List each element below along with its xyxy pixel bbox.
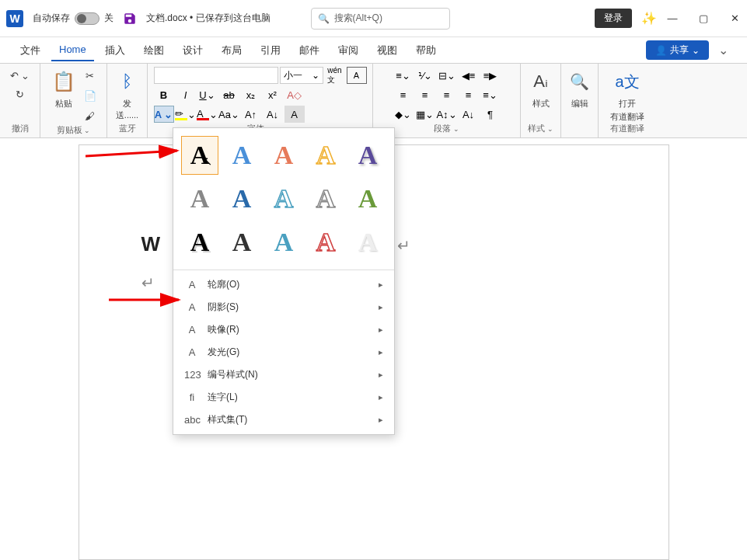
- fx-preset-7[interactable]: A: [223, 179, 260, 218]
- fx-preset-11[interactable]: A: [181, 223, 218, 262]
- save-icon[interactable]: [123, 12, 137, 26]
- fx-reflection-item[interactable]: A映像(R)▸: [173, 318, 394, 341]
- font-size-select[interactable]: 小一⌄: [280, 67, 323, 84]
- menu-references[interactable]: 引用: [253, 39, 288, 62]
- bluetooth-icon[interactable]: ᛒ: [113, 67, 142, 96]
- minimize-button[interactable]: —: [666, 12, 679, 24]
- more-menu[interactable]: ⌄: [712, 40, 735, 61]
- fx-preset-1[interactable]: A: [181, 136, 218, 175]
- search-icon: 🔍: [318, 13, 330, 24]
- toggle-switch[interactable]: [75, 12, 99, 25]
- youdao-icon[interactable]: a文: [613, 67, 642, 96]
- ligature-icon: fi: [184, 391, 200, 403]
- fx-shadow-item[interactable]: A阴影(S)▸: [173, 296, 394, 318]
- share-button[interactable]: 👤 共享 ⌄: [646, 40, 709, 60]
- youdao-open-label: 打开: [619, 98, 636, 110]
- asian-layout-button[interactable]: A↕⌄: [437, 106, 457, 123]
- fx-preset-10[interactable]: A: [349, 179, 386, 218]
- ribbon-group-edit: 🔍 编辑: [561, 64, 599, 137]
- chevron-right-icon: ▸: [379, 392, 383, 402]
- phonetic-button[interactable]: wén文: [325, 67, 345, 84]
- show-marks-button[interactable]: ¶: [480, 106, 501, 123]
- menu-layout[interactable]: 布局: [214, 39, 250, 62]
- decrease-indent-button[interactable]: ◀≡: [459, 67, 479, 84]
- text-effects-button[interactable]: A ⌄: [154, 106, 174, 123]
- superscript-button[interactable]: x²: [263, 86, 283, 103]
- paste-label: 粘贴: [55, 98, 72, 110]
- menu-help[interactable]: 帮助: [408, 39, 444, 62]
- menu-home[interactable]: Home: [51, 39, 94, 61]
- strike-button[interactable]: ab: [219, 86, 239, 103]
- menu-design[interactable]: 设计: [175, 39, 211, 62]
- highlight-button[interactable]: ✏ ⌄: [176, 106, 196, 123]
- font-family-select[interactable]: [154, 67, 278, 84]
- fx-stylistic-set-item[interactable]: abc样式集(T)▸: [173, 409, 394, 431]
- paragraph-mark-icon: ↵: [141, 274, 155, 291]
- justify-button[interactable]: ≡: [459, 86, 479, 103]
- fx-preset-15[interactable]: A: [349, 223, 386, 262]
- group-label-undo: 撤消: [6, 123, 33, 134]
- borders-button[interactable]: ▦⌄: [415, 106, 435, 123]
- shrink-font-button[interactable]: A↓: [263, 106, 283, 123]
- align-right-button[interactable]: ≡: [437, 86, 457, 103]
- redo-button[interactable]: ↻: [12, 85, 29, 103]
- subscript-button[interactable]: x₂: [241, 86, 261, 103]
- chevron-right-icon: ▸: [379, 325, 383, 335]
- multilevel-button[interactable]: ⊟⌄: [437, 67, 457, 84]
- login-button[interactable]: 登录: [595, 9, 632, 28]
- bold-button[interactable]: B: [154, 86, 174, 103]
- fx-ligatures-item[interactable]: fi连字(L)▸: [173, 386, 394, 409]
- fx-preset-4[interactable]: A: [307, 136, 344, 175]
- clear-format-button[interactable]: A◇: [284, 86, 305, 103]
- fx-preset-5[interactable]: A: [349, 136, 386, 175]
- fx-preset-3[interactable]: A: [265, 136, 302, 175]
- word-icon: W: [6, 10, 23, 27]
- menu-draw[interactable]: 绘图: [136, 39, 172, 62]
- fx-preset-14[interactable]: A: [307, 223, 344, 262]
- increase-indent-button[interactable]: ≡▶: [480, 67, 501, 84]
- char-shading-button[interactable]: A: [284, 106, 305, 123]
- close-button[interactable]: ✕: [728, 12, 741, 24]
- paragraph-mark-icon: ↵: [397, 237, 410, 254]
- change-case-button[interactable]: Aa ⌄: [219, 106, 239, 123]
- fx-preset-9[interactable]: A: [307, 179, 344, 218]
- copy-button[interactable]: 📄: [82, 87, 99, 104]
- shading-button[interactable]: ◆⌄: [393, 106, 414, 123]
- magic-icon[interactable]: ✨: [641, 11, 657, 26]
- fx-preset-13[interactable]: A: [265, 223, 302, 262]
- undo-button[interactable]: ↶ ⌄: [10, 67, 30, 84]
- numbering-button[interactable]: ⅟⌄: [415, 67, 435, 84]
- grow-font-button[interactable]: A↑: [241, 106, 261, 123]
- fx-preset-8[interactable]: A: [265, 179, 302, 218]
- search-input[interactable]: 🔍 搜索(Alt+Q): [311, 8, 451, 30]
- chevron-right-icon: ▸: [379, 280, 383, 290]
- format-painter-button[interactable]: 🖌: [82, 107, 99, 124]
- align-left-button[interactable]: ≡: [393, 86, 414, 103]
- font-color-button[interactable]: A ⌄: [197, 106, 218, 123]
- menu-view[interactable]: 视图: [369, 39, 405, 62]
- maximize-button[interactable]: ▢: [697, 12, 710, 24]
- cut-button[interactable]: ✂: [82, 67, 99, 84]
- fx-preset-12[interactable]: A: [223, 223, 260, 262]
- bluetooth-send-label: 发送......: [113, 98, 142, 121]
- distribute-button[interactable]: ≡⌄: [480, 86, 501, 103]
- autosave-toggle[interactable]: 自动保存 关: [33, 12, 113, 25]
- fx-preset-6[interactable]: A: [181, 179, 218, 218]
- char-border-button[interactable]: A: [347, 67, 367, 84]
- fx-preset-2[interactable]: A: [223, 136, 260, 175]
- fx-outline-item[interactable]: A轮廓(O)▸: [173, 273, 394, 296]
- bullets-button[interactable]: ≡⌄: [393, 67, 414, 84]
- paste-icon[interactable]: 📋: [49, 67, 79, 96]
- menu-insert[interactable]: 插入: [97, 39, 133, 62]
- fx-number-style-item[interactable]: 123编号样式(N)▸: [173, 363, 394, 386]
- fx-glow-item[interactable]: A发光(G)▸: [173, 341, 394, 363]
- menu-file[interactable]: 文件: [12, 39, 48, 62]
- align-center-button[interactable]: ≡: [415, 86, 435, 103]
- menu-mail[interactable]: 邮件: [291, 39, 327, 62]
- sort-button[interactable]: A↓: [459, 106, 479, 123]
- menu-review[interactable]: 审阅: [330, 39, 366, 62]
- styles-icon[interactable]: Aᵢ: [526, 67, 556, 96]
- italic-button[interactable]: I: [176, 86, 196, 103]
- find-icon[interactable]: 🔍: [565, 67, 595, 96]
- underline-button[interactable]: U ⌄: [197, 86, 218, 103]
